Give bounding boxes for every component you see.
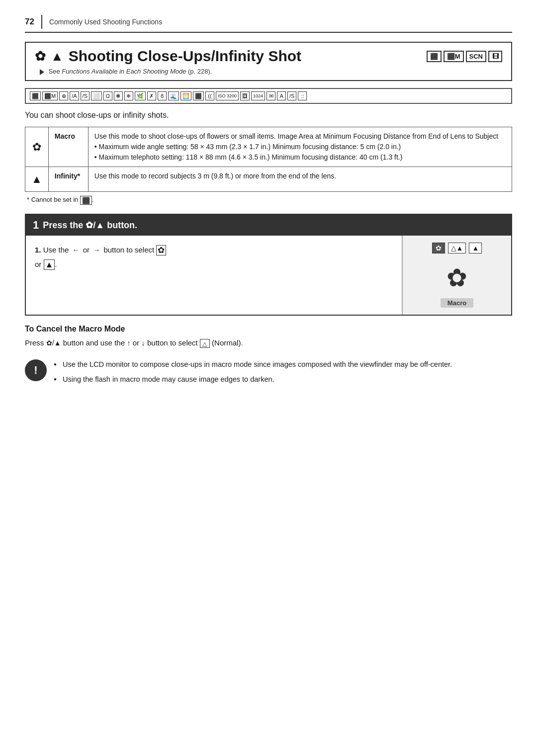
macro-select-icon: ✿ xyxy=(156,245,166,255)
cancel-section: To Cancel the Macro Mode Press ✿/▲ butto… xyxy=(25,325,512,349)
footnote: * Cannot be set in ⬛. xyxy=(27,196,512,205)
micon-6: ⬜ xyxy=(91,91,102,100)
normal-icon: △ xyxy=(200,339,210,348)
mode-icon-manual: ⬛M xyxy=(444,51,464,62)
header-divider xyxy=(41,15,42,29)
micon-9: ❄ xyxy=(124,91,133,100)
macro-description-cell: Use this mode to shoot close-ups of flow… xyxy=(88,127,512,167)
warning-icon: ! xyxy=(25,359,47,381)
title-section: ✿ ▲ Shooting Close-Ups/Infinity Shot ⬛ ⬛… xyxy=(25,42,512,81)
right-arrow-icon: → xyxy=(93,245,100,256)
micon-20: ✉ xyxy=(267,91,275,100)
micon-3: ⊕ xyxy=(59,91,68,100)
page-header: 72 Commonly Used Shooting Functions xyxy=(25,15,512,33)
cancel-inf-icon: ▲ xyxy=(54,339,61,347)
title-text: Shooting Close-Ups/Infinity Shot xyxy=(69,48,301,65)
step-icon-inf: ▲ xyxy=(469,243,482,253)
infinity-icon-cell: ▲ xyxy=(25,167,49,192)
micon-10: 🌿 xyxy=(135,91,146,100)
micon-18: 🖼 xyxy=(240,91,250,100)
step-header: 1 Press the ✿/▲ button. xyxy=(26,215,511,236)
step-text: 1. Use the ← or → button to select ✿ or … xyxy=(26,236,402,315)
step-mode-icons: ✿ △▲ ▲ xyxy=(432,243,482,253)
mode-icon-auto: ⬛ xyxy=(427,51,442,62)
mode-icon-scn: SCN xyxy=(466,51,486,62)
micon-11: ✗ xyxy=(147,91,156,100)
step-number: 1 xyxy=(33,219,39,232)
micon-21: A xyxy=(277,91,286,100)
left-arrow-icon: ← xyxy=(73,245,80,256)
micon-19: 1024 xyxy=(251,91,265,100)
title-icon-macro: ✿ xyxy=(35,49,46,64)
title-icon-infinity: ▲ xyxy=(51,49,64,64)
info-table: ✿ Macro Use this mode to shoot close-ups… xyxy=(25,127,512,192)
step-body: 1. Use the ← or → button to select ✿ or … xyxy=(26,236,511,315)
micon-5: /S xyxy=(81,91,90,100)
warning-item-2: Using the flash in macro mode may cause … xyxy=(54,373,452,386)
micon-2: ⬛M xyxy=(42,91,58,100)
macro-icon-cell: ✿ xyxy=(25,127,49,167)
micon-15: ⬛ xyxy=(193,91,204,100)
micon-13: 🌊 xyxy=(168,91,179,100)
step-image: ✿ △▲ ▲ ✿ Macro xyxy=(402,236,511,315)
micon-23: :: xyxy=(298,91,307,100)
camera-icon-footnote: ⬛ xyxy=(80,196,92,205)
large-macro-display: ✿ xyxy=(447,265,467,290)
step-sub-step: 1. Use the ← or → button to select ✿ or … xyxy=(35,244,393,272)
macro-label-cell: Macro xyxy=(48,127,88,167)
down-arrow-icon: ↓ xyxy=(141,338,145,347)
step-icon-macro: ✿ xyxy=(432,243,445,253)
micon-14: 🌅 xyxy=(180,91,191,100)
mode-icon-video: 🎞 xyxy=(488,51,502,62)
micon-17: ISO 3200 xyxy=(216,91,239,100)
up-arrow-icon: ↑ xyxy=(127,338,131,347)
warning-text: Use the LCD monitor to compose close-ups… xyxy=(54,358,452,389)
micon-12: 8 xyxy=(158,91,167,100)
warning-section: ! Use the LCD monitor to compose close-u… xyxy=(25,358,512,389)
step-title: Press the ✿/▲ button. xyxy=(43,220,137,231)
table-row-infinity: ▲ Infinity* Use this mode to record subj… xyxy=(25,167,512,192)
warning-item-1: Use the LCD monitor to compose close-ups… xyxy=(54,358,452,371)
table-row-macro: ✿ Macro Use this mode to shoot close-ups… xyxy=(25,127,512,167)
infinity-select-icon: ▲ xyxy=(44,259,55,270)
micon-8: ❃ xyxy=(114,91,123,100)
arrow-icon xyxy=(40,69,44,75)
micon-7: Ω xyxy=(103,91,112,100)
step-caption: Macro xyxy=(441,298,473,308)
subtitle: You can shoot close-ups or infinity shot… xyxy=(25,111,512,120)
see-functions-line: See Functions Available in Each Shooting… xyxy=(40,68,502,75)
title-mode-icons: ⬛ ⬛M SCN 🎞 xyxy=(427,51,502,62)
micon-22: /S xyxy=(287,91,296,100)
cancel-macro-icon: ✿ xyxy=(46,339,52,347)
page-number: 72 xyxy=(25,17,34,27)
mode-icons-row: ⬛ ⬛M ⊕ /A /S ⬜ Ω ❃ ❄ 🌿 ✗ 8 🌊 🌅 ⬛ (( ISO … xyxy=(25,88,512,104)
infinity-description-cell: Use this mode to record subjects 3 m (9.… xyxy=(88,167,512,192)
micon-1: ⬛ xyxy=(30,91,41,100)
step-icon-inf-tri: △▲ xyxy=(448,243,466,253)
section-label: Commonly Used Shooting Functions xyxy=(49,18,162,26)
micon-16: (( xyxy=(205,91,214,100)
micon-4: /A xyxy=(70,91,79,100)
cancel-title: To Cancel the Macro Mode xyxy=(25,325,512,334)
step-section: 1 Press the ✿/▲ button. 1. Use the ← or … xyxy=(25,214,512,316)
cancel-text: Press ✿/▲ button and use the ↑ or ↓ butt… xyxy=(25,336,512,349)
main-title: ✿ ▲ Shooting Close-Ups/Infinity Shot xyxy=(35,48,301,65)
infinity-label-cell: Infinity* xyxy=(48,167,88,192)
